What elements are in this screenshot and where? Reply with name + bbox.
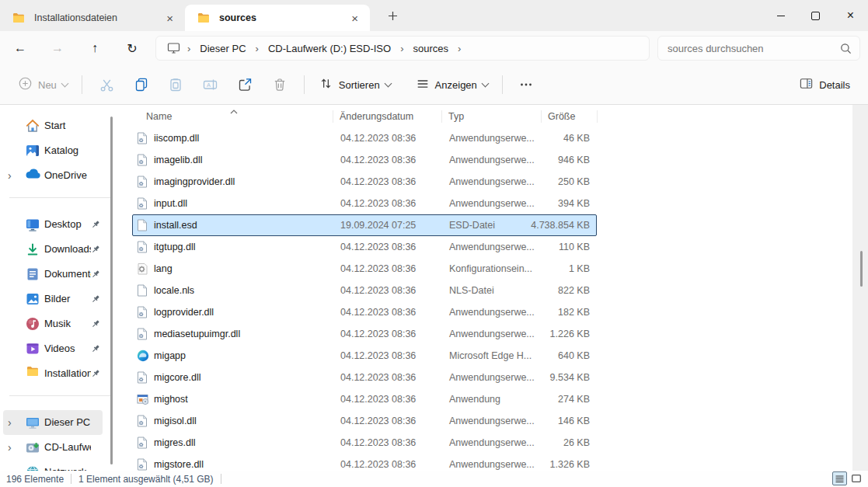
file-row-mediasetupuimgr.dll[interactable]: mediasetupuimgr.dll 04.12.2023 08:36 Anw…: [132, 323, 597, 345]
sidebar-item-musik[interactable]: Musik: [3, 311, 103, 336]
new-button[interactable]: Neu: [11, 71, 75, 98]
status-bar: 196 Elemente 1 Element ausgewählt (4,51 …: [0, 471, 868, 487]
breadcrumb-chevron[interactable]: ›: [183, 43, 194, 54]
sidebar-item-downloads[interactable]: Downloads: [3, 237, 103, 262]
view-button[interactable]: Anzeigen: [409, 72, 495, 98]
onedrive-icon: [24, 168, 41, 179]
breadcrumb-chevron[interactable]: ›: [252, 43, 263, 54]
sidebar-item-start[interactable]: Start: [3, 113, 103, 138]
breadcrumb-item[interactable]: sources: [407, 43, 454, 54]
file-row-migcore.dll[interactable]: migcore.dll 04.12.2023 08:36 Anwendungse…: [132, 367, 597, 388]
breadcrumb-chevron[interactable]: ›: [454, 43, 465, 54]
sidebar-item-installationsdateien[interactable]: Installationsdateien: [3, 361, 103, 386]
expander-chevron-icon[interactable]: ›: [8, 169, 12, 182]
minimize-button[interactable]: [763, 0, 798, 31]
file-row-install.esd[interactable]: install.esd 19.09.2024 07:25 ESD-Datei 4…: [132, 214, 597, 236]
file-row-migisol.dll[interactable]: migisol.dll 04.12.2023 08:36 Anwendungse…: [132, 410, 597, 432]
tab-close-icon[interactable]: ×: [346, 12, 364, 25]
column-separator[interactable]: [597, 110, 598, 123]
details-view-toggle[interactable]: [832, 471, 847, 485]
column-separator[interactable]: [541, 110, 542, 123]
file-row-input.dll[interactable]: input.dll 04.12.2023 08:36 Anwendungserw…: [132, 193, 597, 214]
pin-icon: [91, 294, 100, 306]
column-header-name[interactable]: Name: [146, 111, 172, 122]
column-header-size[interactable]: Größe: [548, 111, 575, 122]
network-icon: [24, 464, 41, 471]
file-name: imagingprovider.dll: [154, 172, 235, 192]
file-row-mighost[interactable]: mighost 04.12.2023 08:36 Anwendung 274 K…: [132, 388, 597, 410]
file-size: 146 KB: [516, 411, 590, 431]
sidebar-item-onedrive[interactable]: › OneDrive: [3, 163, 103, 188]
column-separator[interactable]: [441, 110, 442, 123]
file-row-imagelib.dll[interactable]: imagelib.dll 04.12.2023 08:36 Anwendungs…: [132, 149, 597, 171]
search-icon[interactable]: [832, 43, 859, 54]
forward-button[interactable]: →: [39, 35, 76, 61]
sidebar-item-bilder[interactable]: Bilder: [3, 287, 103, 311]
sort-button[interactable]: Sortieren: [312, 71, 398, 98]
expander-chevron-icon[interactable]: ›: [8, 441, 12, 454]
tab-close-icon[interactable]: ×: [161, 12, 179, 25]
file-row-itgtupg.dll[interactable]: itgtupg.dll 04.12.2023 08:36 Anwendungse…: [132, 236, 597, 258]
file-date: 04.12.2023 08:36: [340, 302, 416, 322]
file-name: itgtupg.dll: [154, 237, 196, 257]
maximize-button[interactable]: [798, 0, 833, 31]
dll-file-icon: [137, 176, 149, 188]
file-row-migapp[interactable]: migapp 04.12.2023 08:36 Microsoft Edge H…: [132, 345, 597, 367]
list-scrollbar-thumb[interactable]: [860, 251, 863, 287]
sidebar-item-katalog[interactable]: Katalog: [3, 138, 103, 163]
file-size: 26 KB: [516, 433, 590, 453]
list-scrollbar-track[interactable]: [852, 105, 868, 471]
column-header-date[interactable]: Änderungsdatum: [340, 111, 413, 122]
delete-button[interactable]: [263, 72, 297, 97]
breadcrumb-chevron[interactable]: ›: [396, 43, 407, 54]
breadcrumb-item[interactable]: Dieser PC: [194, 43, 251, 54]
tab-installationsdateien[interactable]: Installationsdateien ×: [0, 5, 185, 31]
sidebar-item-dieser-pc[interactable]: › Dieser PC: [3, 410, 103, 435]
pin-icon: [91, 344, 100, 356]
details-view-icon: [835, 475, 844, 482]
new-tab-button[interactable]: [384, 7, 401, 24]
column-separator[interactable]: [333, 110, 333, 123]
folder-icon: [12, 12, 25, 23]
refresh-button[interactable]: ↻: [113, 35, 151, 61]
expander-chevron-icon[interactable]: ›: [8, 416, 12, 429]
more-button[interactable]: [510, 73, 542, 96]
up-button[interactable]: ↑: [76, 35, 113, 61]
sidebar-item-cd-laufwerk-d-esd-iso[interactable]: › CD-Laufwerk (D:) ESD-ISO: [3, 435, 103, 460]
sidebar-scrollbar[interactable]: [110, 117, 113, 464]
close-button[interactable]: ×: [833, 0, 868, 31]
column-header-type[interactable]: Typ: [448, 111, 464, 122]
file-date: 04.12.2023 08:36: [340, 172, 416, 192]
share-button[interactable]: [228, 72, 263, 97]
paste-button[interactable]: [159, 72, 193, 97]
file-type: NLS-Datei: [449, 280, 494, 301]
search-box: [657, 36, 860, 61]
dll-file-icon: [137, 132, 149, 144]
sidebar-item-desktop[interactable]: Desktop: [3, 212, 103, 237]
copy-button[interactable]: [124, 72, 159, 97]
details-pane-button[interactable]: Details: [792, 71, 857, 98]
cut-button[interactable]: [89, 72, 124, 98]
sidebar-item-dokumente[interactable]: Dokumente: [3, 262, 103, 287]
file-row-iiscomp.dll[interactable]: iiscomp.dll 04.12.2023 08:36 Anwendungse…: [132, 127, 597, 149]
breadcrumb-item[interactable]: CD-Laufwerk (D:) ESD-ISO: [263, 43, 396, 54]
file-row-migres.dll[interactable]: migres.dll 04.12.2023 08:36 Anwendungser…: [132, 432, 597, 454]
file-row-imagingprovider.dll[interactable]: imagingprovider.dll 04.12.2023 08:36 Anw…: [132, 171, 597, 193]
file-row-lang[interactable]: lang 04.12.2023 08:36 Konfigurationsein.…: [132, 258, 597, 280]
pin-icon: [91, 369, 100, 381]
sidebar-item-videos[interactable]: Videos: [3, 336, 103, 361]
tab-sources[interactable]: sources ×: [185, 5, 370, 31]
icons-view-toggle[interactable]: [849, 471, 863, 485]
status-separator: [221, 474, 221, 484]
file-row-locale.nls[interactable]: locale.nls 04.12.2023 08:36 NLS-Datei 82…: [132, 280, 597, 301]
file-row-logprovider.dll[interactable]: logprovider.dll 04.12.2023 08:36 Anwendu…: [132, 301, 597, 323]
rename-button[interactable]: A: [193, 72, 228, 97]
back-button[interactable]: ←: [2, 35, 39, 61]
cut-icon: [99, 77, 115, 93]
sidebar-item-netzwerk[interactable]: › Netzwerk: [3, 460, 103, 471]
search-input[interactable]: [658, 42, 832, 55]
file-icon: [137, 219, 149, 231]
sidebar: Start Katalog › OneDrive Desktop Downloa…: [0, 105, 120, 471]
file-list: NameÄnderungsdatumTypGröße iiscomp.dll 0…: [120, 105, 852, 471]
file-row-migstore.dll[interactable]: migstore.dll 04.12.2023 08:36 Anwendungs…: [132, 454, 597, 471]
